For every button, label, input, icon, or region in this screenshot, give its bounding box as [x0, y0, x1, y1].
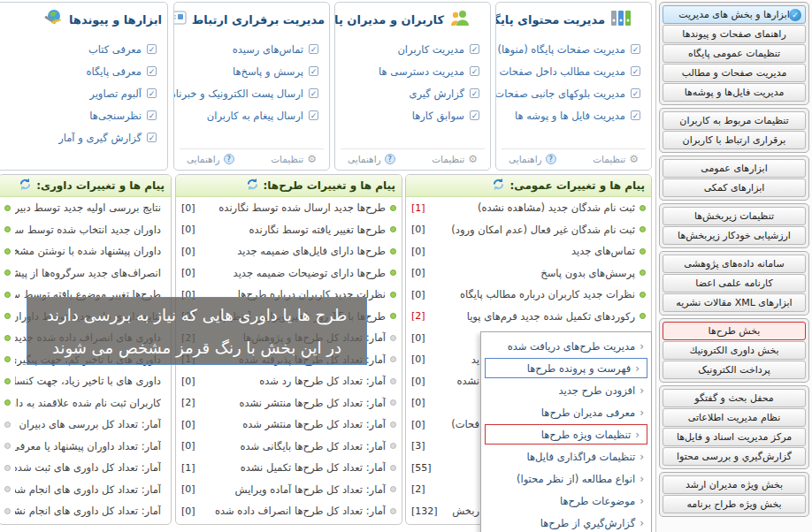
list-item-label[interactable]: آمار: تعداد کل طرح‌ها تکمیل نشده: [212, 461, 386, 474]
list-item-label[interactable]: آمار: تعداد کل بررسی های دبیران علمی: [15, 418, 161, 430]
settings-link[interactable]: ⚙تنظیمات: [271, 153, 317, 165]
checkbox-icon[interactable]: ✓: [631, 110, 640, 120]
list-item-label[interactable]: طرح‌ها دارای فایل‌های ضمیمه جدید: [212, 245, 386, 257]
panel-item[interactable]: ✓مدیریت دسترسی ها: [335, 60, 490, 82]
list-item-label[interactable]: پرسش‌های بدون پاسخ: [442, 267, 635, 279]
context-menu-item[interactable]: ‹تنظیمات ویژه طرح‌ها: [485, 424, 647, 445]
list-item-label[interactable]: تماس‌های جدید: [442, 245, 635, 257]
sidebar-item[interactable]: محفل بحث و گفتگو: [663, 389, 806, 407]
refresh-icon[interactable]: [492, 178, 505, 194]
refresh-icon[interactable]: [246, 178, 259, 194]
settings-link[interactable]: ⚙تنظیمات: [432, 153, 478, 165]
checkbox-icon[interactable]: ✓: [147, 133, 157, 142]
panel-item[interactable]: ✓تماس‌های رسیده: [174, 38, 329, 60]
panel-item[interactable]: ✓مدیریت مطالب داخل صفحات: [496, 60, 651, 82]
list-item-label[interactable]: انصراف‌های جدید سرگروه‌ها از پیشنهاد: [15, 267, 161, 279]
sidebar-item[interactable]: نظام مدیریت اطلاعاتی: [663, 408, 806, 427]
sidebar-item[interactable]: ابزارهای XML مقالات نشریه: [663, 293, 806, 312]
sidebar-item[interactable]: ابزارهای کمکی: [663, 179, 806, 197]
list-item-label[interactable]: آمار: تعداد کل طرح‌ها آماده ویرایش: [212, 483, 386, 496]
list-item-label[interactable]: نظرات جدید کاربران درباره مطالب پایگاه: [442, 288, 635, 300]
panel-item[interactable]: ✓پرسش و پاسخ‌ها: [174, 60, 329, 82]
list-item-label[interactable]: داوری های با تاخیر زیاد، جهت کنسل کردن: [15, 375, 161, 387]
context-menu-item[interactable]: ‹موضوعات طرح‌ها: [481, 490, 651, 512]
list-item-label[interactable]: کاربران ثبت نام شده علاقمند به داوری: [15, 397, 161, 409]
checkbox-icon[interactable]: ✓: [631, 88, 640, 98]
checkbox-icon[interactable]: ✓: [147, 110, 157, 120]
list-item-label[interactable]: طرح‌ها جدید ارسال شده توسط نگارنده: [212, 201, 386, 214]
panel-item[interactable]: ✓نظرسنجی‌ها: [0, 104, 167, 126]
settings-link[interactable]: ⚙تنظیمات: [593, 153, 639, 165]
list-item-label[interactable]: طرح‌ها تغییر یافته توسط نگارنده: [212, 224, 386, 236]
sidebar-item[interactable]: ابزارهای عمومی: [663, 159, 806, 178]
sidebar-item[interactable]: تنظیمات مربوط به کاربران: [663, 111, 806, 130]
checkbox-icon[interactable]: ✓: [147, 88, 157, 98]
checkbox-icon[interactable]: ✓: [631, 66, 640, 76]
help-link[interactable]: ?راهنمایی: [348, 154, 395, 164]
sidebar-item[interactable]: راهنمای صفحات و پیوندها: [663, 25, 806, 43]
panel-item[interactable]: ✓گزارش گیری و آمار: [0, 126, 167, 148]
panel-item[interactable]: ✓ارسال پیغام به کاربران: [174, 104, 329, 126]
panel-item[interactable]: ✓معرفی پایگاه: [0, 60, 167, 82]
sidebar-item[interactable]: بخش طرح‌ها: [663, 322, 806, 340]
checkbox-icon[interactable]: ✓: [470, 110, 479, 120]
list-item-label[interactable]: داوران جدید انتخاب شده توسط سرگروه: [15, 224, 161, 236]
sidebar-item[interactable]: تنظیمات زیربخش‌ها: [663, 207, 806, 225]
sidebar-item[interactable]: برقراری ارتباط با کاربران: [663, 131, 806, 149]
panel-item[interactable]: ✓سوابق کارها: [335, 104, 490, 126]
context-menu-item[interactable]: ‹افزودن طرح جدید: [481, 379, 651, 401]
context-menu-item[interactable]: ‹تنظیمات فراگذاری فایل‌ها: [481, 445, 651, 467]
checkbox-icon[interactable]: ✓: [309, 110, 318, 120]
sidebar-item[interactable]: کارنامه علمی اعضا: [663, 274, 806, 293]
context-menu-item[interactable]: ‹فهرست و پرونده طرح‌ها: [485, 358, 647, 378]
checkbox-icon[interactable]: ✓: [470, 88, 479, 98]
panel-item[interactable]: ✓مدیریت کاربران: [335, 38, 490, 60]
sidebar-item[interactable]: گزارش‌گیري و بررسی محتوا: [663, 447, 806, 466]
sidebar-item[interactable]: پرداخت الکترونیک: [663, 361, 806, 379]
sidebar-item[interactable]: ابزارها و بخش های مدیریت✓: [663, 5, 806, 24]
sidebar-item[interactable]: سامانه داده‌های پژوهشی: [663, 255, 806, 273]
sidebar-item[interactable]: مدیریت صفحات و مطالب: [663, 64, 806, 82]
list-item-label[interactable]: آمار: تعداد داوران پیشنهاد یا معرفی شده: [15, 440, 161, 452]
panel-item[interactable]: ✓معرفی کتاب: [0, 38, 167, 60]
checkbox-icon[interactable]: ✓: [309, 66, 318, 76]
panel-item[interactable]: ✓مدیریت فایل ها و پوشه ها: [496, 104, 651, 126]
list-item-label[interactable]: آمار: تعداد کل طرح‌ها منتشر نشده: [212, 397, 386, 409]
checkbox-icon[interactable]: ✓: [470, 66, 479, 76]
sidebar-item[interactable]: بخش ویژه طراح برنامه: [663, 495, 806, 513]
checkbox-icon[interactable]: ✓: [631, 44, 640, 54]
sidebar-item[interactable]: مدیریت فایل‌ها و پوشه‌ها: [663, 83, 806, 102]
checkbox-icon[interactable]: ✓: [309, 88, 318, 98]
list-item-label[interactable]: آمار: تعداد کل داوری های انجام شده: [15, 483, 161, 496]
context-menu-item[interactable]: ‹گزارش‌گیري از طرح‌ها: [481, 512, 651, 532]
panel-item[interactable]: ✓آلبوم تصاویر: [0, 82, 167, 104]
sidebar-item[interactable]: بخش ویژه مدیران ارشد: [663, 475, 806, 494]
sidebar-item[interactable]: ارزشیابی خودکار زیربخش‌ها: [663, 226, 806, 245]
panel-item[interactable]: ✓مدیریت صفحات پایگاه (منوها): [496, 38, 651, 60]
list-item-label[interactable]: نتایج بررسی اولیه جدید توسط دبیر علمی: [15, 201, 161, 214]
context-menu-item[interactable]: ‹معرفی مدیران طرح‌ها: [481, 401, 651, 423]
list-item-label[interactable]: آمار: تعداد کل طرح‌ها رد شده: [212, 375, 386, 387]
list-item-label[interactable]: ثبت نام شدگان جدید (مشاهده نشده): [442, 201, 635, 214]
list-item-label[interactable]: آمار: تعداد کل داوری های ثبت شده: [15, 461, 161, 474]
checkbox-icon[interactable]: ✓: [470, 44, 479, 54]
checkbox-icon[interactable]: ✓: [147, 66, 157, 76]
list-item-label[interactable]: داوران پیشنهاد شده با نوشتن مشخصات: [15, 245, 161, 257]
sidebar-item[interactable]: مرکز مدیریت اسناد و فایل‌ها: [663, 428, 806, 446]
checkbox-icon[interactable]: ✓: [309, 44, 318, 54]
help-link[interactable]: ?راهنمایی: [509, 154, 556, 164]
list-item-label[interactable]: آمار: تعداد کل طرح‌ها انصراف داده شده: [212, 505, 386, 517]
list-item-label[interactable]: ثبت نام شدگان غیر فعال (عدم امکان ورود): [442, 224, 635, 236]
context-menu-item[interactable]: ‹انواع مطالعه (از نظر محتوا): [481, 467, 651, 490]
panel-item[interactable]: ✓مدیریت بلوکهای جانبی صفحات: [496, 82, 651, 104]
checkbox-icon[interactable]: ✓: [147, 44, 157, 54]
panel-item[interactable]: ✓گزارش گیری: [335, 82, 490, 104]
list-item-label[interactable]: آمار: تعداد کل طرح‌ها منتشر شده: [212, 418, 386, 430]
refresh-icon[interactable]: [19, 178, 32, 194]
list-item-label[interactable]: آمار: تعداد کل داوری های انجام نشده: [15, 505, 161, 517]
list-item-label[interactable]: طرح‌ها دارای توضیحات ضمیمه جدید: [212, 267, 386, 279]
sidebar-item[interactable]: بخش داوری الکترونیك: [663, 341, 806, 360]
context-menu-item[interactable]: ‹مدیریت طرح‌های دریافت شده: [481, 335, 651, 357]
help-link[interactable]: ?راهنمایی: [187, 154, 234, 164]
list-item-label[interactable]: رکوردهای تکمیل شده جدید فرم‌های پویا: [442, 310, 635, 323]
